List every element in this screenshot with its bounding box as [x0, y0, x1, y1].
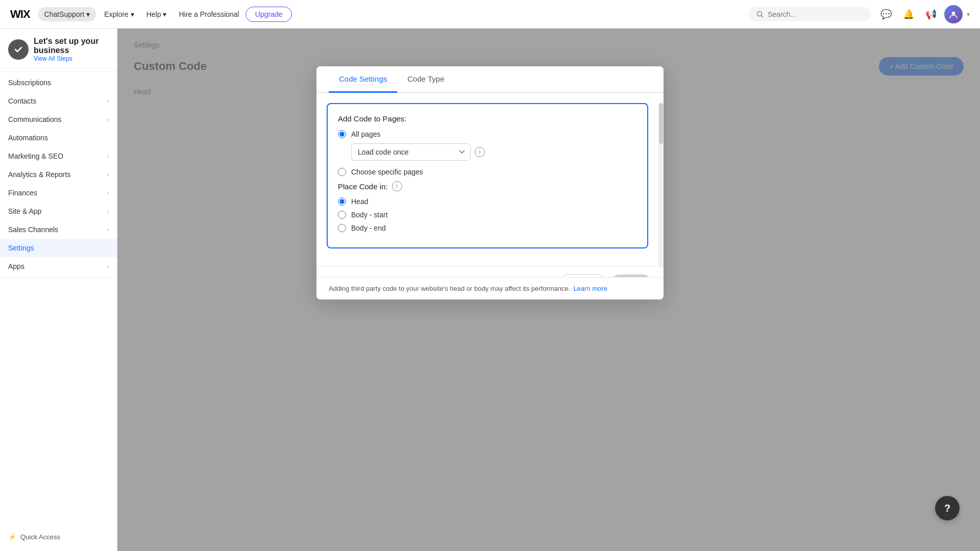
- head-label: Head: [351, 197, 368, 206]
- wix-logo: WIX: [10, 8, 30, 21]
- chevron-right-icon: ›: [107, 208, 109, 214]
- chevron-right-icon: ›: [107, 190, 109, 196]
- hire-professional-link[interactable]: Hire a Professional: [173, 7, 245, 21]
- chevron-down-icon: ▾: [131, 10, 134, 18]
- modal-scrollbar-thumb[interactable]: [659, 103, 663, 144]
- chevron-right-icon: ›: [107, 153, 109, 159]
- place-code-section: Place Code in: i Head Body - start: [338, 181, 637, 232]
- sidebar-item-subscriptions[interactable]: Subscriptions: [0, 73, 117, 92]
- broadcast-icon-button[interactable]: 📢: [922, 5, 940, 23]
- help-fab-button[interactable]: ?: [935, 496, 960, 520]
- chevron-right-icon: ›: [107, 116, 109, 122]
- workspace-label: ChatSupport: [44, 10, 85, 18]
- chat-icon-button[interactable]: 💬: [877, 5, 895, 23]
- sidebar-footer: ⚡ Quick Access: [0, 523, 117, 551]
- specific-pages-radio[interactable]: [338, 168, 346, 176]
- setup-title: Let's set up your business: [34, 37, 109, 55]
- specific-pages-radio-row: Choose specific pages: [338, 168, 637, 176]
- chevron-right-icon: ›: [107, 263, 109, 269]
- modal-content-area: Add Code to Pages: All pages Load code o…: [316, 93, 664, 266]
- sidebar-item-marketing-seo[interactable]: Marketing & SEO ›: [0, 147, 117, 165]
- modal-tabs: Code Settings Code Type: [316, 66, 664, 93]
- modal-scrollbar-track[interactable]: [658, 103, 664, 266]
- search-input[interactable]: [768, 10, 860, 18]
- sidebar-item-apps[interactable]: Apps ›: [0, 257, 117, 276]
- specific-pages-label: Choose specific pages: [351, 168, 423, 176]
- tab-code-settings[interactable]: Code Settings: [329, 66, 397, 93]
- warning-text: Adding third party code to your website'…: [329, 285, 570, 292]
- quick-access-icon: ⚡: [8, 533, 16, 541]
- sidebar-item-contacts[interactable]: Contacts ›: [0, 92, 117, 110]
- sidebar-item-settings[interactable]: Settings: [0, 239, 117, 257]
- upgrade-button[interactable]: Upgrade: [246, 7, 292, 22]
- help-link[interactable]: Help ▾: [140, 7, 173, 21]
- load-code-dropdown[interactable]: Load code once Load code on each new pag…: [351, 143, 471, 161]
- view-all-steps-link[interactable]: View All Steps: [34, 55, 109, 62]
- body-end-label: Body - end: [351, 224, 386, 232]
- chevron-right-icon: ›: [107, 171, 109, 178]
- main-content: Settings Custom Code + Add Custom Code H…: [117, 29, 980, 551]
- load-code-select-wrap: Load code once Load code on each new pag…: [351, 143, 637, 161]
- chevron-right-icon: ›: [107, 98, 109, 104]
- sidebar-item-sales-channels[interactable]: Sales Channels ›: [0, 220, 117, 239]
- business-setup-banner: Let's set up your business View All Step…: [0, 29, 117, 69]
- avatar-button[interactable]: [944, 5, 963, 23]
- sidebar-item-site-app[interactable]: Site & App ›: [0, 202, 117, 220]
- head-radio-row: Head: [338, 197, 637, 206]
- chevron-down-icon: ▾: [86, 10, 90, 18]
- all-pages-radio-row: All pages: [338, 130, 637, 138]
- top-navigation: WIX ChatSupport ▾ Explore ▾ Help ▾ Hire …: [0, 0, 980, 29]
- add-to-pages-heading: Add Code to Pages:: [338, 114, 637, 123]
- place-code-label: Place Code in:: [338, 182, 388, 191]
- svg-point-0: [757, 11, 762, 16]
- place-code-info-icon[interactable]: i: [392, 181, 402, 191]
- search-bar: [748, 7, 871, 21]
- nav-icons: 💬 🔔 📢 ▾: [877, 5, 970, 23]
- svg-line-1: [762, 15, 764, 17]
- body-start-radio[interactable]: [338, 211, 346, 219]
- avatar-icon: [949, 10, 958, 19]
- body-start-label: Body - start: [351, 211, 388, 219]
- head-radio[interactable]: [338, 197, 346, 206]
- search-icon: [756, 11, 764, 18]
- sidebar-item-finances[interactable]: Finances ›: [0, 184, 117, 202]
- body-end-radio-row: Body - end: [338, 224, 637, 232]
- svg-point-2: [952, 11, 955, 15]
- add-code-to-pages-section: Add Code to Pages: All pages Load code o…: [327, 103, 648, 248]
- checkmark-icon: [14, 45, 23, 54]
- learn-more-link[interactable]: Learn more: [573, 285, 607, 292]
- sidebar: Let's set up your business View All Step…: [0, 29, 117, 551]
- notifications-icon-button[interactable]: 🔔: [899, 5, 918, 23]
- custom-code-modal: Code Settings Code Type Add Code to Page…: [316, 66, 664, 299]
- modal-form-area: Add Code to Pages: All pages Load code o…: [316, 103, 658, 266]
- all-pages-label: All pages: [351, 130, 381, 138]
- explore-link[interactable]: Explore ▾: [98, 7, 140, 21]
- sidebar-item-automations[interactable]: Automations: [0, 129, 117, 147]
- tab-code-type[interactable]: Code Type: [397, 66, 454, 93]
- place-code-header: Place Code in: i: [338, 181, 637, 191]
- load-code-info-icon[interactable]: i: [475, 147, 485, 157]
- workspace-button[interactable]: ChatSupport ▾: [38, 7, 96, 21]
- all-pages-radio[interactable]: [338, 130, 346, 138]
- quick-access-label: Quick Access: [20, 533, 60, 541]
- warning-bar: Adding third party code to your website'…: [316, 277, 664, 299]
- chevron-down-icon: ▾: [967, 11, 970, 18]
- sidebar-item-analytics-reports[interactable]: Analytics & Reports ›: [0, 165, 117, 184]
- question-mark-icon: ?: [944, 503, 950, 514]
- chevron-right-icon: ›: [107, 227, 109, 233]
- setup-progress-icon: [8, 39, 29, 60]
- quick-access-item[interactable]: ⚡ Quick Access: [8, 529, 109, 545]
- body-end-radio[interactable]: [338, 224, 346, 232]
- chevron-down-icon: ▾: [163, 10, 166, 18]
- body-start-radio-row: Body - start: [338, 211, 637, 219]
- sidebar-item-communications[interactable]: Communications ›: [0, 110, 117, 129]
